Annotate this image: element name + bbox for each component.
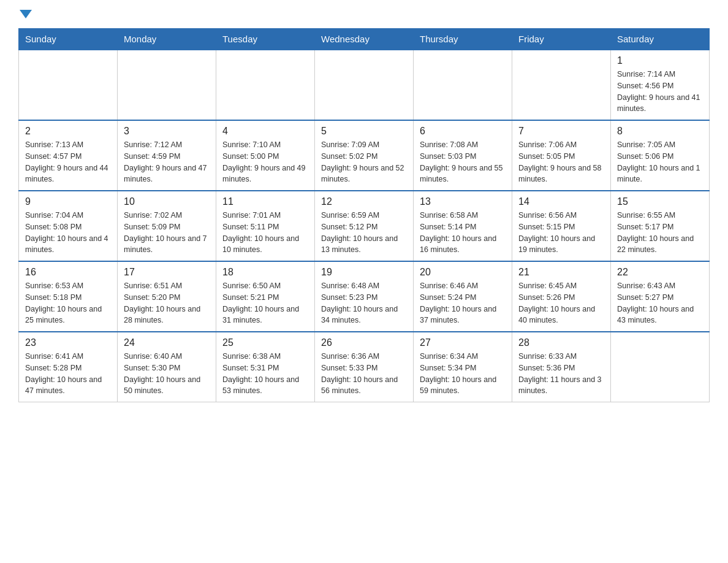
day-number: 20 [420,267,506,278]
day-info: Sunrise: 6:41 AMSunset: 5:28 PMDaylight:… [25,351,111,397]
day-info: Sunrise: 7:06 AMSunset: 5:05 PMDaylight:… [518,139,604,185]
calendar-day-cell: 10Sunrise: 7:02 AMSunset: 5:09 PMDayligh… [118,191,216,261]
calendar-day-cell: 16Sunrise: 6:53 AMSunset: 5:18 PMDayligh… [19,261,118,332]
day-of-week-header: Sunday [19,29,118,50]
day-info: Sunrise: 7:02 AMSunset: 5:09 PMDaylight:… [124,210,210,256]
day-info: Sunrise: 6:50 AMSunset: 5:21 PMDaylight:… [222,280,308,326]
day-info: Sunrise: 6:40 AMSunset: 5:30 PMDaylight:… [124,351,210,397]
day-info: Sunrise: 6:55 AMSunset: 5:17 PMDaylight:… [617,210,703,256]
day-number: 14 [518,196,604,207]
day-info: Sunrise: 7:09 AMSunset: 5:02 PMDaylight:… [321,139,407,185]
day-info: Sunrise: 7:12 AMSunset: 4:59 PMDaylight:… [124,139,210,185]
day-info: Sunrise: 7:14 AMSunset: 4:56 PMDaylight:… [617,69,703,115]
day-info: Sunrise: 7:10 AMSunset: 5:00 PMDaylight:… [222,139,308,185]
day-number: 25 [222,337,308,348]
day-number: 1 [617,55,703,66]
calendar-day-cell: 6Sunrise: 7:08 AMSunset: 5:03 PMDaylight… [414,120,512,191]
day-number: 10 [124,196,210,207]
calendar-day-cell: 24Sunrise: 6:40 AMSunset: 5:30 PMDayligh… [118,332,216,402]
day-info: Sunrise: 7:08 AMSunset: 5:03 PMDaylight:… [420,139,506,185]
day-info: Sunrise: 6:38 AMSunset: 5:31 PMDaylight:… [222,351,308,397]
day-number: 28 [518,337,604,348]
day-number: 24 [124,337,210,348]
day-number: 3 [124,126,210,137]
day-number: 5 [321,126,407,137]
calendar-day-cell [118,50,216,120]
day-number: 22 [617,267,703,278]
day-number: 9 [25,196,111,207]
day-number: 19 [321,267,407,278]
calendar-day-cell: 11Sunrise: 7:01 AMSunset: 5:11 PMDayligh… [216,191,315,261]
calendar-day-cell [414,50,512,120]
calendar-day-cell: 20Sunrise: 6:46 AMSunset: 5:24 PMDayligh… [414,261,512,332]
calendar-day-cell: 8Sunrise: 7:05 AMSunset: 5:06 PMDaylight… [611,120,710,191]
calendar-table: SundayMondayTuesdayWednesdayThursdayFrid… [18,28,710,402]
day-number: 13 [420,196,506,207]
calendar-day-cell: 15Sunrise: 6:55 AMSunset: 5:17 PMDayligh… [611,191,710,261]
calendar-week-row: 16Sunrise: 6:53 AMSunset: 5:18 PMDayligh… [19,261,710,332]
day-info: Sunrise: 6:34 AMSunset: 5:34 PMDaylight:… [420,351,506,397]
day-number: 2 [25,126,111,137]
day-info: Sunrise: 6:33 AMSunset: 5:36 PMDaylight:… [518,351,604,397]
calendar-week-row: 1Sunrise: 7:14 AMSunset: 4:56 PMDaylight… [19,50,710,120]
calendar-day-cell: 4Sunrise: 7:10 AMSunset: 5:00 PMDaylight… [216,120,315,191]
day-info: Sunrise: 7:13 AMSunset: 4:57 PMDaylight:… [25,139,111,185]
calendar-day-cell: 19Sunrise: 6:48 AMSunset: 5:23 PMDayligh… [315,261,414,332]
day-number: 18 [222,267,308,278]
calendar-day-cell: 21Sunrise: 6:45 AMSunset: 5:26 PMDayligh… [512,261,611,332]
day-number: 27 [420,337,506,348]
calendar-day-cell: 2Sunrise: 7:13 AMSunset: 4:57 PMDaylight… [19,120,118,191]
calendar-day-cell: 25Sunrise: 6:38 AMSunset: 5:31 PMDayligh… [216,332,315,402]
calendar-week-row: 9Sunrise: 7:04 AMSunset: 5:08 PMDaylight… [19,191,710,261]
day-info: Sunrise: 6:58 AMSunset: 5:14 PMDaylight:… [420,210,506,256]
calendar-day-cell [512,50,611,120]
day-info: Sunrise: 6:45 AMSunset: 5:26 PMDaylight:… [518,280,604,326]
day-info: Sunrise: 6:59 AMSunset: 5:12 PMDaylight:… [321,210,407,256]
day-info: Sunrise: 6:51 AMSunset: 5:20 PMDaylight:… [124,280,210,326]
calendar-day-cell: 13Sunrise: 6:58 AMSunset: 5:14 PMDayligh… [414,191,512,261]
calendar-day-cell: 17Sunrise: 6:51 AMSunset: 5:20 PMDayligh… [118,261,216,332]
calendar-day-cell: 22Sunrise: 6:43 AMSunset: 5:27 PMDayligh… [611,261,710,332]
day-info: Sunrise: 7:05 AMSunset: 5:06 PMDaylight:… [617,139,703,185]
calendar-day-cell: 12Sunrise: 6:59 AMSunset: 5:12 PMDayligh… [315,191,414,261]
day-number: 15 [617,196,703,207]
calendar-day-cell [19,50,118,120]
calendar-day-cell: 23Sunrise: 6:41 AMSunset: 5:28 PMDayligh… [19,332,118,402]
calendar-week-row: 23Sunrise: 6:41 AMSunset: 5:28 PMDayligh… [19,332,710,402]
day-of-week-header: Wednesday [315,29,414,50]
day-of-week-header: Friday [512,29,611,50]
page-header [18,12,710,18]
day-number: 23 [25,337,111,348]
day-number: 4 [222,126,308,137]
day-info: Sunrise: 6:43 AMSunset: 5:27 PMDaylight:… [617,280,703,326]
calendar-day-cell: 26Sunrise: 6:36 AMSunset: 5:33 PMDayligh… [315,332,414,402]
day-of-week-header: Monday [118,29,216,50]
logo-triangle-icon [20,10,32,18]
day-number: 12 [321,196,407,207]
day-number: 16 [25,267,111,278]
day-number: 6 [420,126,506,137]
day-info: Sunrise: 7:01 AMSunset: 5:11 PMDaylight:… [222,210,308,256]
day-number: 11 [222,196,308,207]
calendar-header-row: SundayMondayTuesdayWednesdayThursdayFrid… [19,29,710,50]
calendar-day-cell: 3Sunrise: 7:12 AMSunset: 4:59 PMDaylight… [118,120,216,191]
day-info: Sunrise: 7:04 AMSunset: 5:08 PMDaylight:… [25,210,111,256]
calendar-day-cell: 5Sunrise: 7:09 AMSunset: 5:02 PMDaylight… [315,120,414,191]
day-info: Sunrise: 6:46 AMSunset: 5:24 PMDaylight:… [420,280,506,326]
calendar-day-cell: 18Sunrise: 6:50 AMSunset: 5:21 PMDayligh… [216,261,315,332]
day-number: 17 [124,267,210,278]
calendar-day-cell: 1Sunrise: 7:14 AMSunset: 4:56 PMDaylight… [611,50,710,120]
day-info: Sunrise: 6:36 AMSunset: 5:33 PMDaylight:… [321,351,407,397]
day-info: Sunrise: 6:48 AMSunset: 5:23 PMDaylight:… [321,280,407,326]
day-of-week-header: Saturday [611,29,710,50]
day-number: 7 [518,126,604,137]
calendar-week-row: 2Sunrise: 7:13 AMSunset: 4:57 PMDaylight… [19,120,710,191]
day-number: 26 [321,337,407,348]
calendar-day-cell [216,50,315,120]
calendar-day-cell [611,332,710,402]
calendar-day-cell: 27Sunrise: 6:34 AMSunset: 5:34 PMDayligh… [414,332,512,402]
day-of-week-header: Tuesday [216,29,315,50]
calendar-day-cell: 28Sunrise: 6:33 AMSunset: 5:36 PMDayligh… [512,332,611,402]
calendar-day-cell: 7Sunrise: 7:06 AMSunset: 5:05 PMDaylight… [512,120,611,191]
day-number: 21 [518,267,604,278]
